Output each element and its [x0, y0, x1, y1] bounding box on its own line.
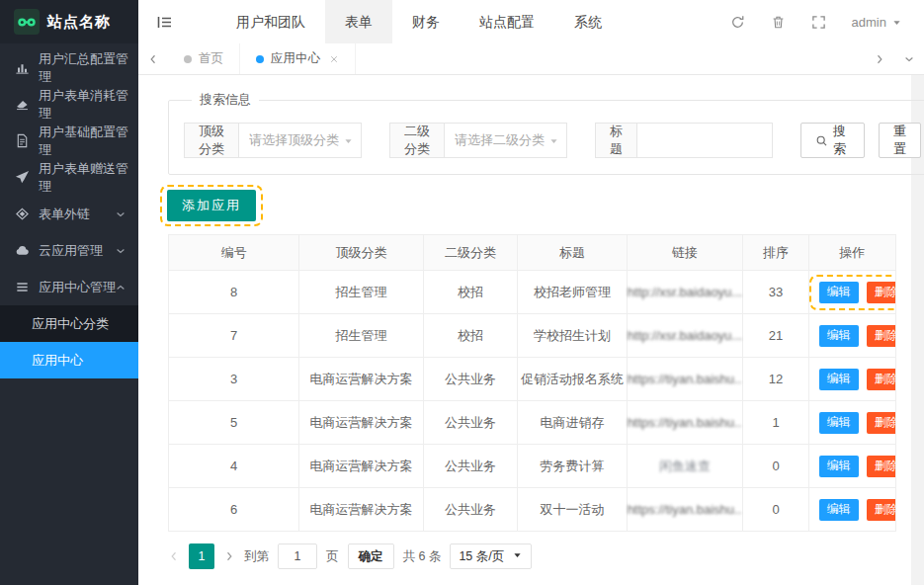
refresh-icon[interactable]: [730, 15, 745, 30]
search-button[interactable]: 搜索: [800, 123, 865, 158]
delete-button[interactable]: 删除: [867, 456, 896, 477]
chevron-down-icon: [115, 209, 126, 220]
cell-link[interactable]: https://tiyan.baishu...: [627, 401, 743, 445]
sidebar-item[interactable]: 用户表单赠送管理: [0, 159, 138, 196]
sub-category-select[interactable]: 请选择二级分类: [444, 123, 567, 158]
clear-cache-icon[interactable]: [771, 15, 786, 30]
table-row: 8 招生管理 校招 校招老师管理 http://xsr.baidaoyu... …: [169, 271, 896, 314]
cell-sub-category: 校招: [423, 271, 518, 314]
top-header: 用户和团队 表单 财务 站点配置 系统: [138, 0, 924, 43]
reset-button[interactable]: 重置: [879, 123, 921, 158]
title-input[interactable]: [636, 123, 773, 158]
cell-sub-category: 公共业务: [423, 401, 518, 445]
tabs: 首页 应用中心: [168, 43, 865, 74]
eraser-icon: [15, 97, 30, 112]
chart-icon: [15, 60, 30, 75]
sidebar-menu: 用户汇总配置管理 用户表单消耗管理 用户基础配置管理 用户: [0, 43, 138, 305]
topnav-item-label: 站点配置: [479, 14, 535, 30]
actions-highlight: 编辑 删除: [809, 318, 896, 354]
cell-actions: 编辑 删除: [808, 401, 895, 445]
delete-button[interactable]: 删除: [867, 325, 896, 347]
tab[interactable]: 应用中心: [240, 43, 356, 74]
cell-link[interactable]: https://tiyan.baishu...: [627, 488, 743, 532]
sidebar-subitem[interactable]: 应用中心: [0, 342, 138, 378]
topnav-item-label: 系统: [574, 14, 602, 30]
cell-sub-category: 公共业务: [423, 358, 518, 401]
edit-button[interactable]: 编辑: [819, 369, 859, 390]
top-category-select[interactable]: 请选择顶级分类: [238, 123, 362, 158]
cell-link[interactable]: http://xsr.baidaoyu...: [627, 314, 743, 358]
header-actions: admin: [730, 15, 924, 30]
caret-down-icon: [343, 135, 354, 146]
tabs-scroll-right-icon[interactable]: [865, 43, 894, 74]
edit-button[interactable]: 编辑: [819, 282, 859, 303]
cell-top-category: 电商运营解决方案: [299, 401, 423, 445]
cell-link[interactable]: 闲鱼速查: [627, 445, 743, 488]
delete-button[interactable]: 删除: [867, 499, 896, 521]
cell-sort: 0: [743, 445, 808, 488]
edit-button[interactable]: 编辑: [819, 499, 859, 521]
topnav-item[interactable]: 表单: [325, 0, 392, 43]
sidebar-subitem[interactable]: 应用中心分类: [0, 305, 138, 342]
cell-link[interactable]: http://xsr.baidaoyu...: [627, 271, 743, 314]
cell-sort: 0: [743, 488, 808, 532]
site-logo[interactable]: 站点名称: [0, 0, 138, 43]
confirm-page-button[interactable]: 确定: [348, 543, 394, 569]
edit-button[interactable]: 编辑: [819, 456, 859, 477]
next-page-icon[interactable]: [223, 550, 235, 562]
user-menu[interactable]: admin: [852, 15, 902, 30]
topnav-item[interactable]: 系统: [554, 0, 622, 43]
tabs-menu-icon[interactable]: [894, 43, 924, 74]
cell-top-category: 电商运营解决方案: [299, 488, 423, 532]
close-tab-icon[interactable]: [329, 54, 339, 64]
column-header: 标题: [518, 235, 627, 271]
content-card: 搜索信息 顶级分类 请选择顶级分类 二级分类 请选择二级分类: [138, 75, 911, 585]
cell-sort: 21: [743, 314, 808, 358]
sidebar-item[interactable]: 用户表单消耗管理: [0, 86, 138, 123]
prev-page-icon[interactable]: [168, 550, 180, 562]
site-title: 站点名称: [47, 13, 111, 32]
tab-dot-icon: [256, 55, 264, 63]
per-page-select[interactable]: 15 条/页: [450, 543, 532, 569]
topnav-item[interactable]: 用户和团队: [216, 0, 325, 43]
sidebar-item[interactable]: 表单外链: [0, 196, 138, 232]
sidebar-item[interactable]: 用户基础配置管理: [0, 123, 138, 159]
sidebar-item[interactable]: 云应用管理: [0, 232, 138, 269]
cell-top-category: 电商运营解决方案: [299, 358, 423, 401]
cell-id: 6: [169, 488, 299, 532]
sidebar-item[interactable]: 用户汇总配置管理: [0, 49, 138, 86]
topnav-item[interactable]: 财务: [392, 0, 460, 43]
cell-title: 双十一活动: [518, 488, 627, 532]
cell-title: 学校招生计划: [518, 314, 627, 358]
delete-button[interactable]: 删除: [867, 282, 896, 303]
fullscreen-icon[interactable]: [811, 15, 826, 30]
edit-button[interactable]: 编辑: [819, 412, 859, 434]
top-nav: 用户和团队 表单 财务 站点配置 系统: [216, 0, 622, 43]
sidebar-item-label: 用户表单消耗管理: [39, 87, 138, 123]
sidebar-item[interactable]: 应用中心管理: [0, 269, 138, 305]
edit-button[interactable]: 编辑: [819, 325, 859, 347]
cell-title: 劳务费计算: [518, 445, 627, 488]
sidebar-item-label: 应用中心管理: [39, 279, 116, 296]
table-row: 5 电商运营解决方案 公共业务 电商进销存 https://tiyan.bais…: [169, 401, 896, 445]
topnav-item-label: 表单: [345, 14, 373, 30]
sub-category-group: 二级分类 请选择二级分类: [389, 123, 567, 158]
topnav-item[interactable]: 站点配置: [460, 0, 554, 43]
cell-id: 7: [169, 314, 299, 358]
topnav-item-label: 财务: [412, 14, 440, 30]
tab[interactable]: 首页: [168, 43, 240, 74]
cell-sort: 33: [743, 271, 808, 314]
cell-id: 8: [169, 271, 299, 314]
cell-id: 4: [169, 445, 299, 488]
cloud-icon: [15, 243, 30, 258]
cell-title: 电商进销存: [518, 401, 627, 445]
goto-page-input[interactable]: [278, 543, 317, 569]
add-app-button[interactable]: 添加应用: [167, 190, 256, 221]
tabs-scroll-left-icon[interactable]: [138, 43, 168, 74]
delete-button[interactable]: 删除: [867, 412, 896, 434]
table-row: 3 电商运营解决方案 公共业务 促销活动报名系统 https://tiyan.b…: [169, 358, 896, 401]
delete-button[interactable]: 删除: [867, 369, 896, 390]
collapse-sidebar-icon[interactable]: [138, 14, 191, 31]
page-number-button[interactable]: 1: [189, 543, 214, 569]
cell-link[interactable]: https://tiyan.baishu...: [627, 358, 743, 401]
